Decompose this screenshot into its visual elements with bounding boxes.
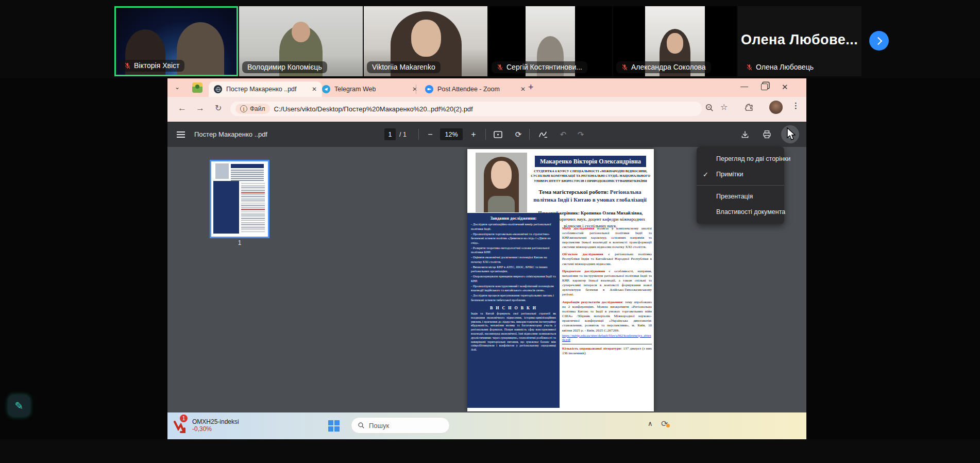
menu-item-annotations[interactable]: ✓ Примітки: [697, 167, 784, 182]
pdf-rotate-icon[interactable]: ⟳: [512, 122, 525, 147]
tray-update-icon[interactable]: ⟳: [661, 419, 668, 428]
menu-item-label: Перегляд по дві сторінки: [716, 155, 790, 162]
participant-name-label: Олена Любовець: [741, 61, 819, 73]
participant-name-label: Вікторія Хвіст: [119, 60, 184, 72]
participant-name: Олена Любовець: [756, 63, 814, 71]
bookmark-star-icon[interactable]: ☆: [720, 102, 728, 112]
task-item: - Оцінити економічні досягнення і потенц…: [471, 255, 556, 264]
extensions-puzzle-icon[interactable]: [745, 103, 753, 112]
pdf-zoom-out-button[interactable]: −: [424, 122, 436, 147]
participant-name-label: Володимир Коломієць: [242, 61, 327, 73]
info-icon: i: [240, 105, 247, 112]
reload-button[interactable]: ↻: [215, 103, 222, 113]
pdf-toolbar: Постер Макаренко ..pdf 1 / 1 − 12% + ⟳ ↶…: [167, 122, 806, 147]
video-tile-volodymyr[interactable]: Володимир Коломієць: [239, 6, 363, 76]
task-item: - Охарактеризувати принципи мирного спів…: [471, 274, 556, 283]
menu-item-two-pages[interactable]: Перегляд по дві сторінки: [697, 151, 784, 167]
tab-close-icon[interactable]: ✕: [412, 86, 417, 93]
new-tab-button[interactable]: +: [528, 82, 534, 93]
literature-separator: [562, 344, 652, 344]
search-placeholder: Пошук: [369, 422, 389, 429]
pdf-print-icon[interactable]: [760, 122, 773, 147]
window-restore-button[interactable]: [761, 84, 768, 90]
aprobation-label: Апробація результатів дослідження:: [562, 300, 623, 304]
back-button[interactable]: ←: [178, 103, 187, 113]
literature-label: Кількість опрацьованої літератури:: [562, 346, 622, 351]
person-silhouette: [411, 20, 441, 57]
participant-name-label: Сергій Костянтинови...: [492, 61, 587, 73]
menu-item-label: Презентація: [716, 193, 753, 200]
taskbar-search[interactable]: Пошук: [351, 417, 450, 434]
video-tile-serhii[interactable]: Сергій Костянтинови...: [488, 6, 612, 76]
poster-thesis-theme: Тема магістерської роботи: Регіональна п…: [528, 188, 652, 204]
task-item: - Проаналізувати торговельно-економічні …: [471, 232, 556, 245]
video-tile-viktoriia-makarenko[interactable]: Viktoriia Makarenko: [364, 6, 487, 76]
person-silhouette: [292, 22, 310, 42]
video-tile-aleksandra[interactable]: Александра Соколова: [613, 6, 737, 76]
participant-name: Александра Соколова: [631, 63, 706, 71]
pdf-page-thumbnail[interactable]: [210, 160, 269, 238]
tab-title: Постер Макаренко ..pdf: [226, 86, 297, 93]
tab-telegram-web[interactable]: Telegram Web ✕: [317, 81, 423, 97]
menu-item-label: Властивості документа: [716, 208, 785, 216]
tray-show-hidden-icons[interactable]: ∧: [648, 420, 653, 427]
aprobation-link[interactable]: https://nubip.edu.ua/sites/default/files…: [562, 334, 652, 342]
pdf-redo-icon[interactable]: ↷: [575, 122, 587, 147]
task-item: - Дослідити процеси врегулювання територ…: [471, 293, 556, 302]
tab-zoom-attendee[interactable]: Post Attendee - Zoom ✕: [420, 81, 531, 97]
pdf-zoom-in-button[interactable]: +: [467, 122, 480, 147]
tab-title: Post Attendee - Zoom: [437, 86, 500, 93]
gallery-next-button[interactable]: [869, 31, 889, 51]
pdf-page-input[interactable]: 1: [384, 122, 396, 147]
forward-button[interactable]: →: [196, 103, 205, 113]
pdf-undo-icon[interactable]: ↶: [557, 122, 569, 147]
search-icon: [358, 422, 365, 429]
browser-menu-icon[interactable]: ⋮: [792, 101, 800, 110]
object-label: Об'єктом дослідження: [562, 252, 603, 256]
task-item: - Дослідити організаційно-політичний вим…: [471, 222, 556, 231]
pdf-fit-page-icon[interactable]: [491, 122, 504, 147]
video-tile-viktoria-khvist[interactable]: Вікторія Хвіст: [114, 6, 238, 76]
pdf-document-title: Постер Макаренко ..pdf: [194, 122, 267, 147]
poster-name-banner: Макаренко Вікторія Олександрівна: [535, 156, 646, 167]
mic-muted-icon: [621, 63, 628, 71]
browser-toolbar: ← → ↻ i Файл C:/Users/vikto/Desktop/Пост…: [167, 97, 806, 122]
aprobation-text: тему апробовано на 2 конференціях. Можна…: [562, 300, 652, 332]
widget-title: OMXH25-indeksi: [192, 418, 239, 425]
video-tile-olena[interactable]: Олена Любове... Олена Любовець: [738, 6, 861, 76]
pdf-menu-hamburger-icon[interactable]: [175, 122, 187, 147]
chevron-right-icon: [874, 37, 883, 45]
mic-muted-icon: [746, 63, 753, 71]
tab-close-icon[interactable]: ✕: [312, 86, 317, 93]
window-minimize-button[interactable]: —: [740, 81, 748, 90]
start-button[interactable]: [328, 420, 340, 432]
poster-right-column: Мета дослідження полягає у комплексному …: [562, 226, 652, 356]
taskbar-widget-stocks[interactable]: 1 OMXH25-indeksi -0,30%: [174, 416, 239, 434]
widget-change: -0,30%: [192, 425, 239, 433]
annotation-pencil-button[interactable]: ✎: [8, 395, 30, 417]
address-bar[interactable]: i Файл C:/Users/vikto/Desktop/Постер%20М…: [230, 102, 702, 116]
menu-item-document-properties[interactable]: Властивості документа: [697, 204, 784, 220]
pdf-download-icon[interactable]: [738, 122, 752, 147]
tab-poster-pdf[interactable]: Постер Макаренко ..pdf ✕: [209, 81, 322, 97]
telegram-favicon: [322, 85, 330, 93]
tab-search-chevron[interactable]: ⌄: [175, 84, 180, 91]
poster-portrait-photo: [476, 153, 527, 212]
pdf-zoom-level[interactable]: 12%: [440, 122, 463, 147]
conclusions-text: Індія та Китай формують свої регіональні…: [471, 312, 556, 352]
thumbnail-page-number: 1: [236, 239, 243, 246]
window-close-button[interactable]: ✕: [782, 82, 788, 92]
profile-avatar[interactable]: [192, 82, 202, 93]
task-item: - Розкрити теоретико-методологічні основ…: [471, 246, 556, 255]
mic-muted-icon: [497, 63, 503, 71]
zoom-page-icon[interactable]: [705, 103, 714, 112]
meta-label: Мета дослідження: [562, 226, 594, 230]
tasks-heading: Завдання дослідження:: [471, 216, 556, 221]
profile-button[interactable]: [769, 101, 783, 114]
pdf-annotate-pen-icon[interactable]: [536, 122, 550, 147]
site-info-chip[interactable]: i Файл: [235, 104, 270, 114]
tab-divider: [416, 85, 416, 94]
menu-item-presentation[interactable]: Презентація: [697, 189, 784, 204]
tab-close-icon[interactable]: ✕: [520, 86, 526, 93]
widget-badge: 1: [180, 415, 188, 422]
